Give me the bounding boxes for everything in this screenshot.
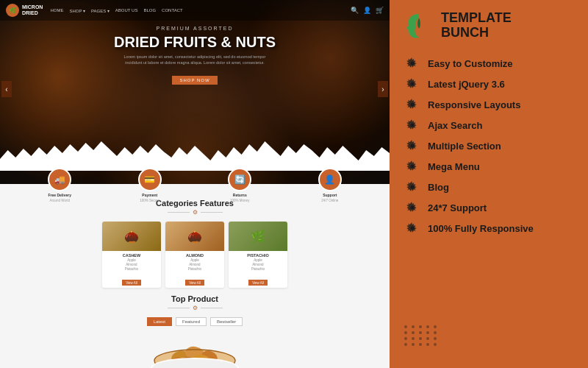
navbar: 🌿 MICRON DRIED HOME SHOP ▾ PAGES ▾ ABOUT… <box>0 0 390 21</box>
divider-line-right <box>201 212 223 213</box>
support-sublabel: 24/7 Online <box>321 199 338 202</box>
pistachio-view-all[interactable]: View All <box>248 280 268 286</box>
nav-links: HOME SHOP ▾ PAGES ▾ ABOUT US BLOG CONTAC… <box>50 8 351 13</box>
returns-sublabel: 100% Money <box>230 199 249 202</box>
right-panel: TEMPLATE BUNCH Easy to Customize Latest … <box>390 0 588 368</box>
gear-icon-5 <box>404 158 420 174</box>
user-icon[interactable]: 👤 <box>363 7 371 14</box>
template-bunch-logo <box>404 11 434 40</box>
feature-row-6: Blog <box>404 179 573 195</box>
feature-row-2: Responsive Layouts <box>404 96 573 113</box>
shop-now-button[interactable]: SHOP NOW <box>172 76 217 85</box>
divider-icon: ⚙ <box>193 209 198 216</box>
feature-text-8: 100% Fully Responsive <box>428 223 534 234</box>
payment-label: Payment <box>142 193 157 197</box>
nav-home[interactable]: HOME <box>50 8 63 13</box>
template-bunch-header: TEMPLATE BUNCH <box>404 11 573 40</box>
brand-logo[interactable]: 🌿 MICRON DRIED <box>6 4 43 17</box>
cashew-image: 🌰 <box>102 222 161 251</box>
hero-title: DRIED FRUITS & NUTS <box>0 34 390 50</box>
feature-payment: 💳 Payment 100% Secure <box>138 168 162 202</box>
pistachio-image: 🌿 <box>229 222 287 251</box>
categories-section: Categories Features ⚙ 🌰 CASHEW AppleAlmo… <box>0 199 390 288</box>
hero-bowl-image <box>147 309 243 368</box>
category-almond: 🌰 ALMOND AppleAlmondPistachio View All <box>165 222 224 288</box>
cart-icon[interactable]: 🛒 <box>376 7 384 14</box>
slider-next-button[interactable]: › <box>378 81 388 97</box>
tp-divider-right <box>201 308 223 308</box>
gear-icon-4 <box>404 138 420 154</box>
pistachio-name: PISTACHIO <box>232 253 284 258</box>
nav-pages[interactable]: PAGES ▾ <box>91 8 110 13</box>
category-pistachio: 🌿 PISTACHIO AppleAlmondPistachio View Al… <box>229 222 287 288</box>
pistachio-items: AppleAlmondPistachio <box>232 258 284 272</box>
top-product-title: Top Product <box>0 294 390 303</box>
brand-icon: 🌿 <box>6 4 19 17</box>
feature-row-5: Mega Menu <box>404 158 573 174</box>
cashew-name: CASHEW <box>105 253 158 258</box>
feature-list: Easy to Customize Latest jQuery 3.6 Resp… <box>404 55 573 357</box>
categories-divider: ⚙ <box>0 209 390 216</box>
gear-icon-0 <box>404 55 420 71</box>
gear-icon-1 <box>404 76 420 92</box>
right-panel-wrapper: TEMPLATE BUNCH Easy to Customize Latest … <box>390 0 588 368</box>
feature-text-4: Multiple Section <box>428 141 501 152</box>
hero-description: Lorem ipsum dolor sit amet, consectetur … <box>121 54 268 66</box>
nav-shop[interactable]: SHOP ▾ <box>69 8 85 13</box>
cashew-view-all[interactable]: View All <box>122 280 141 286</box>
hero-content: PREMIUM ASSORTED DRIED FRUITS & NUTS Lor… <box>0 26 390 85</box>
feature-text-0: Easy to Customize <box>428 58 513 69</box>
features-row: 🚚 Free Delivery Around World 💳 Payment 1… <box>0 168 390 202</box>
gear-icon-2 <box>404 96 420 113</box>
feature-text-5: Mega Menu <box>428 161 480 172</box>
payment-sublabel: 100% Secure <box>140 199 159 202</box>
pistachio-info: PISTACHIO AppleAlmondPistachio <box>229 251 287 274</box>
feature-row-4: Multiple Section <box>404 138 573 154</box>
cashew-info: CASHEW AppleAlmondPistachio <box>102 251 161 274</box>
support-label: Support <box>323 193 337 197</box>
feature-row-1: Latest jQuery 3.6 <box>404 76 573 92</box>
dots-pattern <box>404 325 438 346</box>
search-icon[interactable]: 🔍 <box>351 7 359 14</box>
payment-icon: 💳 <box>138 168 162 191</box>
gear-icon-8 <box>404 220 420 236</box>
feature-text-2: Responsive Layouts <box>428 99 520 110</box>
feature-returns: 🔄 Returns 100% Money <box>228 168 251 202</box>
brand-name: MICRON DRIED <box>22 4 43 15</box>
gear-icon-3 <box>404 117 420 133</box>
nav-icons: 🔍 👤 🛒 <box>351 7 384 14</box>
delivery-sublabel: Around World <box>50 199 70 202</box>
slider-prev-button[interactable]: ‹ <box>1 81 12 97</box>
feature-text-3: Ajax Search <box>428 120 482 131</box>
almond-items: AppleAlmondPistachio <box>168 258 221 272</box>
delivery-label: Free Delivery <box>49 193 71 197</box>
divider-line-left <box>168 212 190 213</box>
template-bunch-name: TEMPLATE BUNCH <box>441 11 512 40</box>
hero-subtitle: PREMIUM ASSORTED <box>0 26 390 31</box>
almond-view-all[interactable]: View All <box>185 280 204 286</box>
delivery-icon: 🚚 <box>48 168 71 191</box>
almond-image: 🌰 <box>165 222 224 251</box>
feature-row-0: Easy to Customize <box>404 55 573 71</box>
tp-divider-left <box>168 308 190 308</box>
gear-icon-7 <box>404 199 420 216</box>
feature-text-7: 24*7 Support <box>428 202 487 213</box>
support-icon: 👤 <box>318 168 342 191</box>
returns-icon: 🔄 <box>228 168 251 191</box>
almond-name: ALMOND <box>168 253 221 258</box>
category-cards: 🌰 CASHEW AppleAlmondPistachio View All 🌰… <box>0 222 390 288</box>
feature-support: 👤 Support 24/7 Online <box>318 168 342 202</box>
left-panel: 🌿 MICRON DRIED HOME SHOP ▾ PAGES ▾ ABOUT… <box>0 0 390 368</box>
gear-icon-6 <box>404 179 420 195</box>
nav-blog[interactable]: BLOG <box>143 8 156 13</box>
feature-delivery: 🚚 Free Delivery Around World <box>48 168 71 202</box>
cashew-items: AppleAlmondPistachio <box>105 258 158 272</box>
category-cashew: 🌰 CASHEW AppleAlmondPistachio View All <box>102 222 161 288</box>
returns-label: Returns <box>233 193 247 197</box>
feature-row-7: 24*7 Support <box>404 199 573 216</box>
feature-text-6: Blog <box>428 182 449 193</box>
nav-contact[interactable]: CONTACT <box>162 8 183 13</box>
feature-text-1: Latest jQuery 3.6 <box>428 79 505 90</box>
feature-row-8: 100% Fully Responsive <box>404 220 573 236</box>
nav-about[interactable]: ABOUT US <box>115 8 138 13</box>
